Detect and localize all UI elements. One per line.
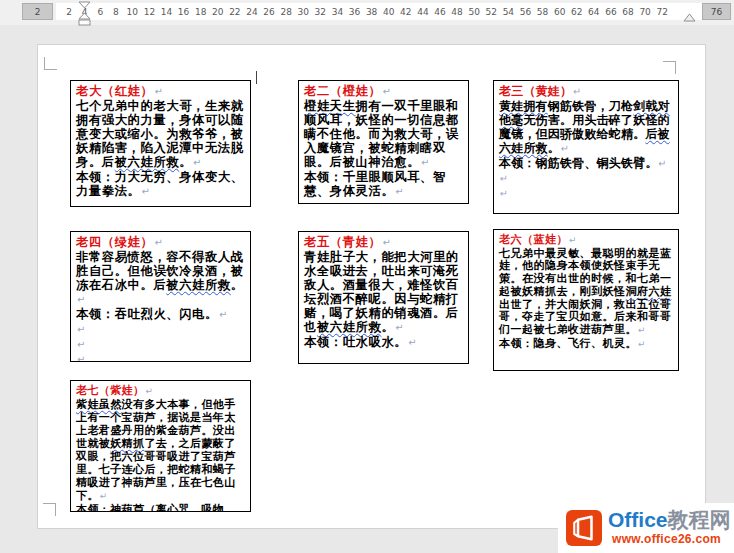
paragraph-mark-icon: ↵ [420, 157, 429, 168]
textbox-paragraph: 本领：神葫芦（离心咒、吸物体）↵ [76, 503, 246, 512]
paragraph-mark-icon: ↵ [394, 322, 403, 333]
ruler-number: 32 [315, 7, 326, 17]
textbox-laosan-huangwa[interactable]: 老三（黄娃）↵黄娃拥有钢筋铁骨，刀枪剑戟对他毫无伤害。用头击碎了妖怪的魔镜，但因… [493, 80, 679, 214]
ruler-number: 38 [366, 7, 377, 17]
ruler-number: 30 [298, 7, 309, 17]
ruler-number: 70 [639, 7, 650, 17]
ruler-number: 16 [178, 7, 189, 17]
grammar-check-underline: 紫娃虽然 [76, 398, 122, 410]
textbox-title: 老七（紫娃）↵ [76, 384, 246, 398]
ruler-number: 14 [161, 7, 172, 17]
ruler-right-margin-cell: 76 [702, 3, 731, 20]
textbox-laowu-qingwa[interactable]: 老五（青娃）↵青娃肚子大，能把大河里的水全吸进去，吐出来可淹死敌人。酒量很大，难… [298, 231, 469, 364]
textbox-paragraph: 七个兄弟中的老大哥，生来就拥有强大的力量，身体可以随意变大或缩小。为救爷爷，被妖… [76, 99, 246, 170]
paragraph-mark-icon: ↵ [76, 324, 85, 335]
textbox-laoliu-lanwa[interactable]: 老六（蓝娃）↵七兄弟中最灵敏、最聪明的就是蓝娃，他的隐身本领使妖怪束手无策。在没… [493, 229, 679, 371]
grammar-check-underline: 橙娃天生 [304, 99, 356, 113]
logo-suffix: 教程网 [668, 508, 731, 531]
textbox-title: 老六（蓝娃）↵ [499, 233, 674, 247]
textbox-paragraph: 本领：力大无穷、身体变大、力量拳法。↵ [76, 170, 246, 199]
ruler-number: 62 [571, 7, 582, 17]
textbox-laoer-chengwa[interactable]: 老二（橙娃）↵橙娃天生拥有一双千里眼和顺风耳，妖怪的一切信息都瞒不住他。而为救大… [298, 80, 469, 204]
ruler-number: 18 [195, 7, 206, 17]
ruler-number: 44 [417, 7, 428, 17]
empty-paragraph: ↵ [76, 352, 246, 362]
ruler-numbers: 2468101214161820222426283032343638404244… [64, 3, 668, 20]
paragraph-mark-icon: ↵ [76, 354, 85, 362]
grammar-check-underline: 洞府六娃 [626, 285, 672, 297]
text-boundary-mark [43, 503, 56, 516]
ruler-number: 72 [656, 7, 667, 17]
paragraph-mark-icon: ↵ [76, 294, 85, 305]
ruler-number: 64 [588, 7, 599, 17]
paragraph-mark-icon: ↵ [76, 339, 85, 350]
paragraph-mark-icon: ↵ [499, 188, 508, 199]
paragraph-mark-icon: ↵ [153, 237, 162, 248]
text-boundary-mark [663, 61, 676, 74]
horizontal-ruler[interactable]: 2 24681012141618202224262830323436384042… [0, 0, 734, 25]
paragraph-mark-icon: ↵ [637, 339, 645, 349]
textbox-laoda-hongwa[interactable]: 老大（红娃）↵七个兄弟中的老大哥，生来就拥有强大的力量，身体可以随意变大或缩小。… [70, 80, 251, 207]
ruler-number: 28 [280, 7, 291, 17]
ruler-number: 56 [520, 7, 531, 17]
paragraph-mark-icon: ↵ [218, 309, 227, 320]
ruler-number: 6 [95, 7, 105, 17]
textbox-title: 老三（黄娃）↵ [499, 84, 674, 99]
paragraph-mark-icon: ↵ [394, 186, 403, 197]
office26-logo[interactable]: Office教程网 www.office26.com [558, 503, 734, 553]
textbox-paragraph: 本领：隐身、飞行、机灵。↵ [499, 337, 674, 351]
paragraph-mark-icon: ↵ [99, 491, 107, 501]
hanging-indent-marker[interactable] [78, 13, 91, 26]
first-line-indent-marker[interactable] [78, 1, 91, 9]
ruler-number: 2 [64, 7, 74, 17]
textbox-paragraph: 本领：千里眼顺风耳、智慧、身体灵活。↵ [304, 170, 464, 199]
right-indent-marker[interactable] [683, 13, 696, 22]
grammar-check-underline: 妖精抓 [110, 437, 144, 449]
ruler-number: 66 [605, 7, 616, 17]
ruler-number: 50 [468, 7, 479, 17]
textbox-laosi-lvwa[interactable]: 老四（绿娃）↵非常容易愤怒，容不得敌人战胜自己。但他误饮冷泉酒，被冻在石冰中。后… [70, 231, 251, 362]
ruler-number: 24 [246, 7, 257, 17]
paragraph-mark-icon: ↵ [568, 235, 576, 245]
paragraph-mark-icon: ↵ [560, 143, 569, 154]
textbox-title: 老二（橙娃）↵ [304, 84, 464, 99]
ruler-number: 10 [127, 7, 138, 17]
grammar-check-underline: 黄娃拥有 [499, 99, 548, 113]
grammar-check-underline: 被六娃所救 [317, 320, 381, 334]
logo-url: www.office26.com [612, 532, 721, 546]
ruler-number: 40 [383, 7, 394, 17]
textbox-title: 老四（绿娃）↵ [76, 235, 246, 250]
paragraph-mark-icon: ↵ [407, 337, 416, 348]
textbox-paragraph: 紫娃虽然没有多大本事，但他手上有一个宝葫芦，据说是当年太上老君盛丹用的紫金葫芦。… [76, 398, 246, 503]
empty-paragraph: ↵ [499, 171, 674, 186]
textbox-paragraph: 非常容易愤怒，容不得敌人战胜自己。但他误饮冷泉酒，被冻在石冰中。后被六娃所救。↵ [76, 250, 246, 307]
ruler-left-margin-cell: 2 [22, 3, 53, 20]
paragraph-mark-icon: ↵ [192, 157, 201, 168]
textbox-title: 老五（青娃）↵ [304, 235, 464, 250]
ruler-number: 46 [434, 7, 445, 17]
ruler-number: 42 [400, 7, 411, 17]
logo-text: Office教程网 [608, 506, 731, 534]
paragraph-mark-icon: ↵ [381, 237, 390, 248]
ruler-number: 12 [144, 7, 155, 17]
grammar-check-underline: 被六娃所救 [166, 278, 230, 292]
ruler-number: 60 [554, 7, 565, 17]
document-page[interactable]: 老大（红娃）↵七个兄弟中的老大哥，生来就拥有强大的力量，身体可以随意变大或缩小。… [38, 45, 705, 528]
paragraph-mark-icon: ↵ [140, 186, 149, 197]
textbox-paragraph: 本领：吞吐烈火、闪电。↵ [76, 307, 246, 322]
ruler-number: 22 [229, 7, 240, 17]
ruler-number: 54 [503, 7, 514, 17]
paragraph-mark-icon: ↵ [637, 325, 645, 335]
textbox-paragraph: 橙娃天生拥有一双千里眼和顺风耳，妖怪的一切信息都瞒不住他。而为救大哥，误入魔镜宫… [304, 99, 464, 170]
office-cube-icon [566, 510, 602, 546]
paragraph-mark-icon: ↵ [572, 86, 581, 97]
ruler-number: 58 [537, 7, 548, 17]
empty-paragraph: ↵ [76, 337, 246, 352]
textbox-laoqi-ziwa[interactable]: 老七（紫娃）↵紫娃虽然没有多大本事，但他手上有一个宝葫芦，据说是当年太上老君盛丹… [70, 380, 251, 512]
ruler-number: 34 [332, 7, 343, 17]
logo-brand: Office [608, 508, 668, 531]
paragraph-mark-icon: ↵ [658, 158, 667, 169]
ruler-number: 48 [451, 7, 462, 17]
empty-paragraph: ↵ [76, 322, 246, 337]
textbox-paragraph: 青娃肚子大，能把大河里的水全吸进去，吐出来可淹死敌人。酒量很大，难怪饮百坛烈酒不… [304, 250, 464, 335]
